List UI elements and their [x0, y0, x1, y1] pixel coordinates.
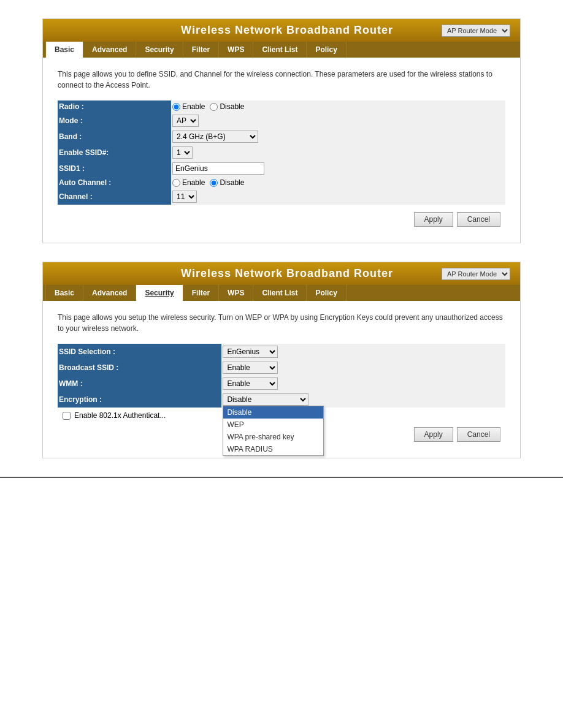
dropdown-option-wpa-psk[interactable]: WPA pre-shared key — [223, 431, 323, 443]
form-table-1: Radio : Enable Disable — [58, 100, 505, 205]
row-ssid-sel: SSID Selection : EnGenius — [58, 344, 505, 360]
cancel-button-2[interactable]: Cancel — [457, 427, 500, 442]
broadcast-select[interactable]: Enable — [223, 362, 278, 374]
btn-row-1: Apply Cancel — [58, 205, 505, 232]
mode-value-cell: AP — [171, 113, 505, 129]
nav-clientlist-2[interactable]: Client List — [253, 285, 307, 301]
nav-policy-1[interactable]: Policy — [307, 42, 346, 58]
nav-wps-2[interactable]: WPS — [219, 285, 253, 301]
cancel-button-1[interactable]: Cancel — [457, 212, 500, 227]
encryption-dropdown-wrapper: Disable Disable WEP WPA pre-shared key W… — [223, 393, 308, 406]
ssid1-value-cell — [171, 161, 505, 176]
dropdown-option-wpa-radius[interactable]: WPA RADIUS — [223, 443, 323, 455]
auto-channel-enable-label[interactable]: Enable — [172, 178, 205, 187]
mode-label: Mode : — [58, 113, 171, 129]
auto-channel-enable-input[interactable] — [172, 179, 180, 187]
row-channel: Channel : 11 — [58, 189, 505, 205]
nav-basic-1[interactable]: Basic — [45, 42, 83, 58]
content-area-1: This page allows you to define SSID, and… — [43, 58, 520, 243]
encryption-label: Encryption : — [58, 392, 221, 408]
nav-bar-2: Basic Advanced Security Filter WPS Clien… — [43, 285, 520, 301]
panel1: Wireless Network Broadband Router AP Rou… — [42, 18, 521, 243]
ssid-count-value-cell: 1 — [171, 145, 505, 161]
band-select[interactable]: 2.4 GHz (B+G) — [172, 131, 258, 143]
dropdown-option-disable[interactable]: Disable — [223, 406, 323, 419]
row-wmm: WMM : Enable — [58, 376, 505, 392]
band-value-cell: 2.4 GHz (B+G) — [171, 129, 505, 145]
ssid1-label: SSID1 : — [58, 161, 171, 176]
encryption-select[interactable]: Disable — [223, 393, 308, 406]
panel1-title: Wireless Network Broadband Router — [132, 24, 442, 37]
radio-value: Enable Disable — [171, 100, 505, 113]
nav-filter-2[interactable]: Filter — [183, 285, 219, 301]
mode-select-1[interactable]: AP Router Mode — [442, 25, 510, 37]
channel-select[interactable]: 11 — [172, 191, 197, 203]
auto-channel-disable-label[interactable]: Disable — [210, 178, 244, 187]
radio-label: Radio : — [58, 100, 171, 113]
radio-enable-label[interactable]: Enable — [172, 102, 205, 111]
radio-enable-input[interactable] — [172, 103, 180, 111]
apply-button-1[interactable]: Apply — [414, 212, 453, 227]
nav-wps-1[interactable]: WPS — [219, 42, 253, 58]
encryption-dropdown-menu: Disable WEP WPA pre-shared key WPA RADIU… — [223, 406, 324, 456]
wmm-label: WMM : — [58, 376, 221, 392]
desc-text-2: This page allows you setup the wireless … — [58, 312, 505, 334]
nav-basic-2[interactable]: Basic — [45, 285, 83, 301]
auto-channel-label: Auto Channel : — [58, 176, 171, 189]
row-band: Band : 2.4 GHz (B+G) — [58, 129, 505, 145]
header-bar-1: Wireless Network Broadband Router AP Rou… — [43, 19, 520, 42]
row-encryption: Encryption : Disable Disable WEP WPA pre… — [58, 392, 505, 408]
band-label: Band : — [58, 129, 171, 145]
ssid-count-select[interactable]: 1 — [172, 146, 193, 159]
ssid-sel-select[interactable]: EnGenius — [223, 346, 278, 358]
channel-value-cell: 11 — [171, 189, 505, 205]
auto-channel-disable-input[interactable] — [210, 179, 218, 187]
encryption-value-cell: Disable Disable WEP WPA pre-shared key W… — [221, 392, 505, 408]
nav-bar-1: Basic Advanced Security Filter WPS Clien… — [43, 42, 520, 58]
apply-button-2[interactable]: Apply — [414, 427, 453, 442]
row-radio: Radio : Enable Disable — [58, 100, 505, 113]
broadcast-label: Broadcast SSID : — [58, 360, 221, 376]
row-ssid1: SSID1 : — [58, 161, 505, 176]
ssid-count-label: Enable SSID#: — [58, 145, 171, 161]
mode-select-2[interactable]: AP Router Mode — [442, 268, 510, 280]
nav-security-1[interactable]: Security — [136, 42, 183, 58]
nav-policy-2[interactable]: Policy — [307, 285, 346, 301]
dropdown-option-wep[interactable]: WEP — [223, 419, 323, 431]
wmm-select[interactable]: Enable — [223, 377, 278, 390]
ssid-sel-value-cell: EnGenius — [221, 344, 505, 360]
bottom-separator — [0, 477, 563, 478]
auto-channel-value-cell: Enable Disable — [171, 176, 505, 189]
header-bar-2: Wireless Network Broadband Router AP Rou… — [43, 262, 520, 285]
ssid-sel-label: SSID Selection : — [58, 344, 221, 360]
nav-advanced-1[interactable]: Advanced — [83, 42, 136, 58]
row-broadcast: Broadcast SSID : Enable — [58, 360, 505, 376]
row-auto-channel: Auto Channel : Enable Disable — [58, 176, 505, 189]
panel2-title: Wireless Network Broadband Router — [132, 267, 442, 280]
enable-8021x-label: Enable 802.1x Authenticat... — [74, 411, 166, 420]
broadcast-value-cell: Enable — [221, 360, 505, 376]
form-table-2: SSID Selection : EnGenius Broadcast SSID… — [58, 344, 505, 408]
wmm-value-cell: Enable — [221, 376, 505, 392]
nav-security-2[interactable]: Security — [136, 285, 183, 301]
ssid1-input[interactable] — [172, 162, 264, 175]
channel-label: Channel : — [58, 189, 171, 205]
row-ssid-count: Enable SSID#: 1 — [58, 145, 505, 161]
nav-advanced-2[interactable]: Advanced — [83, 285, 136, 301]
nav-filter-1[interactable]: Filter — [183, 42, 219, 58]
desc-text-1: This page allows you to define SSID, and… — [58, 69, 505, 91]
row-mode: Mode : AP — [58, 113, 505, 129]
content-area-2: This page allows you setup the wireless … — [43, 301, 520, 458]
radio-disable-input[interactable] — [210, 103, 218, 111]
enable-8021x-checkbox[interactable] — [63, 412, 71, 420]
radio-disable-label[interactable]: Disable — [210, 102, 244, 111]
mode-select[interactable]: AP — [172, 115, 199, 127]
panel2: Wireless Network Broadband Router AP Rou… — [42, 262, 521, 458]
nav-clientlist-1[interactable]: Client List — [253, 42, 307, 58]
